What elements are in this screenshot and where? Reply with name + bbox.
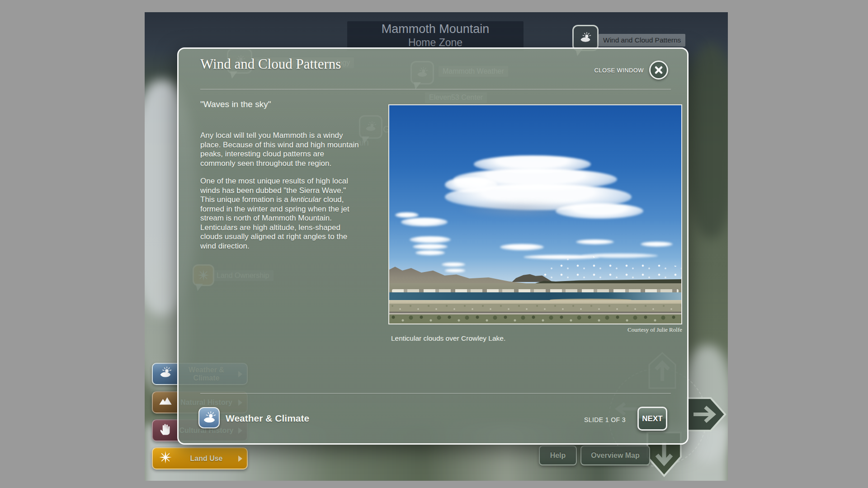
cloud-shape: [500, 244, 544, 250]
footer-divider: [200, 393, 671, 394]
hand-icon: [156, 422, 175, 439]
next-button[interactable]: NEXT: [637, 407, 667, 431]
slide-status: SLIDE 1 OF 3: [584, 416, 626, 423]
zone-banner: Mammoth Mountain Home Zone: [347, 21, 524, 51]
close-icon[interactable]: [649, 61, 668, 80]
cloud-shape: [576, 239, 614, 244]
active-pin-label: Wind and Cloud Patterns: [599, 34, 685, 47]
paragraph-2-italic: lenticular: [290, 195, 321, 204]
cloud-shape: [415, 250, 445, 255]
cloud-shape: [401, 218, 448, 226]
slide-quote: "Waves in the sky": [200, 99, 271, 109]
header-divider: [200, 89, 671, 89]
footer-category-label: Weather & Climate: [226, 413, 309, 424]
wind-cloud-patterns-modal: Wind and Cloud Patterns CLOSE WINDOW "Wa…: [177, 47, 689, 445]
photo-foreground-scrub: [389, 314, 681, 324]
cloud-shape: [442, 263, 465, 267]
slide-paragraph-1: Any local will tell you Mammoth is a win…: [200, 131, 372, 168]
next-button-label: NEXT: [642, 414, 662, 423]
cloud-shape: [410, 236, 450, 243]
cloud-shape: [413, 244, 448, 250]
slide-paragraph-2: One of the most unique results of high l…: [200, 177, 372, 251]
cloud-shape: [445, 269, 465, 272]
app-window: Mammoth Mountain Home Zone Wind and Clou…: [145, 12, 728, 481]
photo-credit: Courtesy of Julie Rolfe: [388, 326, 682, 333]
modal-title: Wind and Cloud Patterns: [200, 56, 341, 72]
compass-star-icon: [156, 450, 175, 467]
pan-right-arrow[interactable]: [685, 395, 728, 433]
close-window-button[interactable]: CLOSE WINDOW: [594, 61, 668, 80]
help-button-label: Help: [550, 451, 566, 460]
close-window-label: CLOSE WINDOW: [594, 67, 644, 74]
overview-map-label: Overview Map: [591, 451, 640, 460]
sun-cloud-icon: [579, 32, 592, 44]
zone-title: Mammoth Mountain: [347, 21, 524, 37]
photo-caption: Lenticular clouds over Crowley Lake.: [391, 334, 505, 343]
sidebar-item-land-use[interactable]: Land Use: [152, 447, 248, 469]
photo-mountains-left: [389, 266, 535, 285]
mountains-icon: [156, 394, 175, 411]
photo-crowley-lake: [389, 292, 681, 300]
overview-map-button[interactable]: Overview Map: [580, 446, 650, 465]
chevron-right-icon: [238, 455, 242, 462]
screen-canvas: Mammoth Mountain Home Zone Wind and Clou…: [0, 0, 868, 488]
sidebar-item-label: Land Use: [175, 455, 238, 463]
cloud-shape: [395, 212, 419, 218]
cloud-shape: [556, 203, 643, 219]
lenticular-clouds-photo: [388, 104, 682, 324]
cloud-shape: [641, 242, 673, 247]
rock-ridge-background: [686, 44, 728, 238]
zone-subtitle: Home Zone: [347, 37, 524, 48]
sun-cloud-icon: [156, 366, 175, 382]
help-button[interactable]: Help: [539, 446, 577, 465]
weather-climate-icon: [198, 407, 220, 428]
cloud-shape: [445, 177, 497, 192]
